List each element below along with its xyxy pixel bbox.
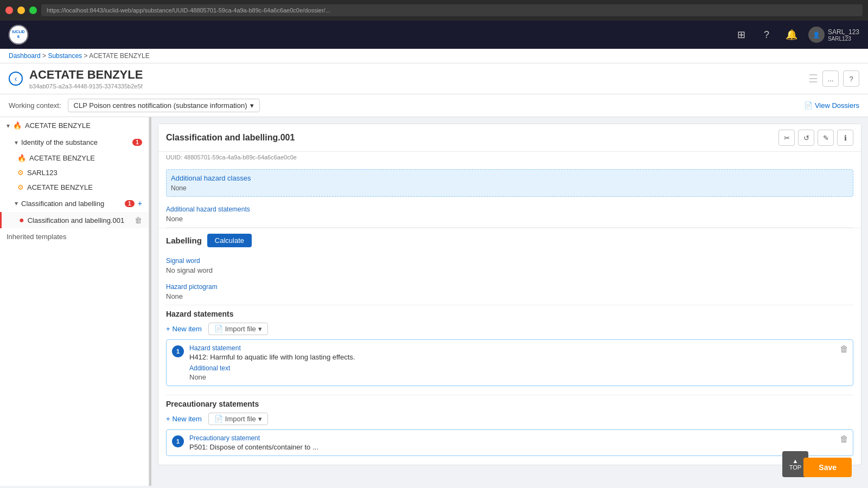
- plus-icon-prec: +: [166, 415, 170, 423]
- grid-icon-btn[interactable]: ⊞: [733, 27, 750, 43]
- back-button[interactable]: ‹: [9, 72, 23, 86]
- user-group-icon: ⚙: [17, 169, 24, 177]
- top-nav-left: IUCLID 6: [9, 25, 28, 44]
- precautionary-new-item-btn[interactable]: + New item: [166, 415, 202, 423]
- hazard-pictogram-row: Hazard pictogram None: [158, 279, 861, 305]
- sidebar-item-classification[interactable]: ▾ Classification and labelling 1 +: [0, 195, 149, 212]
- arrow-up-icon: ▲: [793, 458, 799, 464]
- bell-icon-btn[interactable]: 🔔: [783, 27, 800, 43]
- browser-url[interactable]: https://localhost:8443/iuclid-web/app/su…: [41, 4, 863, 16]
- precautionary-statement-label: Precautionary statement: [189, 434, 847, 442]
- hazard-pictogram-value: None: [166, 292, 853, 300]
- chevron-down-icon-import: ▾: [258, 325, 262, 333]
- file-icon-prec: 📄: [214, 415, 223, 423]
- additional-text-label: Additional text: [189, 364, 847, 372]
- additional-hazard-classes-box: Additional hazard classes None: [166, 169, 853, 197]
- title-bar: ‹ ACETATE BENZYLE b34ab07S-a2a3-4448-913…: [0, 63, 868, 94]
- question-icon-btn[interactable]: ?: [758, 27, 775, 43]
- calculate-button[interactable]: Calculate: [207, 234, 252, 247]
- sidebar-item-inherited[interactable]: Inherited templates: [0, 228, 149, 245]
- chevron-down-icon: ▾: [250, 101, 254, 110]
- additional-hazard-classes-value: None: [171, 184, 848, 192]
- uuid-text: UUID: 48805701-59ca-4a9a-b89c-64a6c6ae0c…: [158, 152, 861, 165]
- breadcrumb-substances[interactable]: Substances: [48, 52, 82, 60]
- edit-icon-btn[interactable]: ✎: [818, 130, 834, 146]
- sidebar-item-acetate-benzyle-sub[interactable]: 🔥 ACETATE BENZYLE: [0, 151, 149, 165]
- more-options-btn[interactable]: ...: [822, 70, 839, 87]
- dot-icon: ●: [19, 215, 24, 225]
- content-area: Classification and labelling.001 ✂ ↺ ✎ ℹ…: [151, 117, 868, 486]
- precautionary-statement-delete[interactable]: 🗑: [840, 434, 848, 444]
- classification-badge: 1: [125, 200, 135, 207]
- help-btn[interactable]: ?: [843, 70, 859, 87]
- info-icon-btn[interactable]: ℹ: [837, 130, 853, 146]
- labelling-header: Labelling Calculate: [158, 228, 861, 253]
- breadcrumb-dashboard[interactable]: Dashboard: [9, 52, 41, 60]
- substance-uuid: b34ab07S-a2a3-4448-9135-3374335b2e5f: [29, 83, 802, 89]
- user-name: SARL_123 SARL123: [828, 28, 859, 42]
- additional-hazard-classes-title: Additional hazard classes: [171, 174, 848, 182]
- hazard-pictogram-label: Hazard pictogram: [166, 283, 853, 291]
- hazard-statement-num: 1: [172, 345, 184, 357]
- breadcrumb-current: ACETATE BENZYLE: [89, 52, 150, 60]
- additional-hazard-statements-label: Additional hazard statements: [166, 206, 853, 213]
- hazard-statement-label: Hazard statement: [189, 344, 847, 352]
- precautionary-import-file-btn[interactable]: 📄 Import file ▾: [208, 413, 268, 425]
- sidebar-item-acetate-benzyle-sub2[interactable]: ⚙ ACETATE BENZYLE: [0, 180, 149, 195]
- view-dossiers-btn[interactable]: 📄 View Dossiers: [804, 101, 859, 110]
- identity-label: Identity of the substance: [21, 138, 129, 146]
- hazard-statements-title: Hazard statements: [166, 310, 853, 318]
- identity-badge: 1: [132, 139, 142, 146]
- main-layout: ▾ 🔥 ACETATE BENZYLE ▾ Identity of the su…: [0, 117, 868, 486]
- svg-text:6: 6: [17, 34, 20, 39]
- precautionary-statements-section: Precautionary statements + New item 📄 Im…: [158, 395, 861, 465]
- labelling-title: Labelling: [166, 236, 202, 245]
- chevron-down-icon-prec: ▾: [258, 415, 262, 423]
- add-classification-btn[interactable]: +: [138, 199, 142, 208]
- hazard-statement-delete[interactable]: 🗑: [840, 344, 848, 354]
- hazard-statements-section: Hazard statements + New item 📄 Import fi…: [158, 305, 861, 395]
- flame-icon: 🔥: [13, 121, 22, 130]
- file-icon: 📄: [214, 325, 223, 333]
- precautionary-statement-item: 1 Precautionary statement P501: Dispose …: [166, 429, 853, 456]
- sidebar-toggle-btn[interactable]: ☰: [808, 72, 818, 85]
- signal-word-label: Signal word: [166, 257, 853, 265]
- page-title: ACETATE BENZYLE: [29, 68, 802, 82]
- working-context-select[interactable]: CLP Poison centres notification (substan…: [68, 99, 260, 112]
- hazard-statements-actions: + New item 📄 Import file ▾: [166, 323, 853, 335]
- svg-text:IUCLID: IUCLID: [12, 30, 24, 34]
- card-header: Classification and labelling.001 ✂ ↺ ✎ ℹ: [158, 124, 861, 152]
- browser-minimize-btn[interactable]: [17, 7, 25, 14]
- save-button[interactable]: Save: [803, 458, 852, 477]
- logo: IUCLID 6: [9, 25, 28, 44]
- toggle-icon[interactable]: ▾: [15, 139, 18, 146]
- sidebar-item-acetate-benzyle-main[interactable]: ▾ 🔥 ACETATE BENZYLE: [0, 117, 149, 134]
- top-nav: IUCLID 6 ⊞ ? 🔔 👤 SARL_123 SARL123: [0, 21, 868, 49]
- scissors-icon-btn[interactable]: ✂: [778, 130, 795, 146]
- user-info: 👤 SARL_123 SARL123: [808, 27, 859, 43]
- sidebar: ▾ 🔥 ACETATE BENZYLE ▾ Identity of the su…: [0, 117, 149, 486]
- delete-cl-icon[interactable]: 🗑: [135, 216, 142, 224]
- hazard-import-file-btn[interactable]: 📄 Import file ▾: [208, 323, 268, 335]
- logo-icon: IUCLID 6: [9, 25, 28, 44]
- browser-close-btn[interactable]: [5, 7, 13, 14]
- sidebar-item-identity[interactable]: ▾ Identity of the substance 1: [0, 134, 149, 151]
- signal-word-row: Signal word No signal word: [158, 253, 861, 279]
- dossiers-icon: 📄: [804, 101, 813, 110]
- flame-icon-sub: 🔥: [17, 154, 26, 162]
- user-group-icon2: ⚙: [17, 183, 24, 191]
- hazard-statement-item: 1 Hazard statement H412: Harmful to aqua…: [166, 339, 853, 386]
- hazard-new-item-btn[interactable]: + New item: [166, 325, 202, 333]
- sidebar-item-sarl123[interactable]: ⚙ SARL123: [0, 165, 149, 180]
- sidebar-section: ▾ 🔥 ACETATE BENZYLE ▾ Identity of the su…: [0, 117, 149, 245]
- toggle-icon-cl[interactable]: ▾: [15, 200, 18, 207]
- additional-hazard-statements-value: None: [166, 215, 853, 223]
- sidebar-item-classification-001[interactable]: ● Classification and labelling.001 🗑: [0, 212, 149, 228]
- refresh-icon-btn[interactable]: ↺: [798, 130, 814, 146]
- precautionary-statements-title: Precautionary statements: [166, 400, 853, 408]
- toggle-icon[interactable]: ▾: [7, 122, 10, 130]
- content-card: Classification and labelling.001 ✂ ↺ ✎ ℹ…: [158, 124, 861, 465]
- card-header-icons: ✂ ↺ ✎ ℹ: [778, 130, 853, 146]
- working-context-bar: Working context: CLP Poison centres noti…: [0, 94, 868, 117]
- browser-maximize-btn[interactable]: [29, 7, 37, 14]
